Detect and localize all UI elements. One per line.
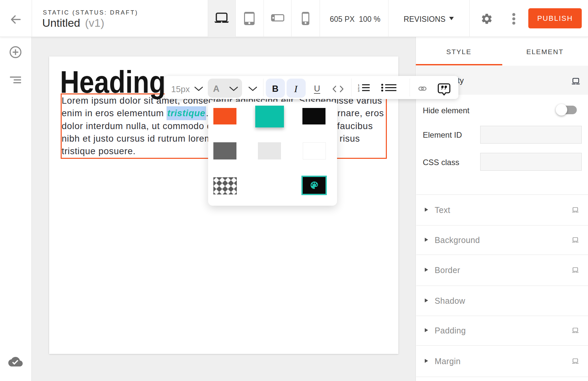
svg-text:3: 3: [358, 89, 359, 92]
svg-text:Heading: Heading: [60, 64, 166, 99]
